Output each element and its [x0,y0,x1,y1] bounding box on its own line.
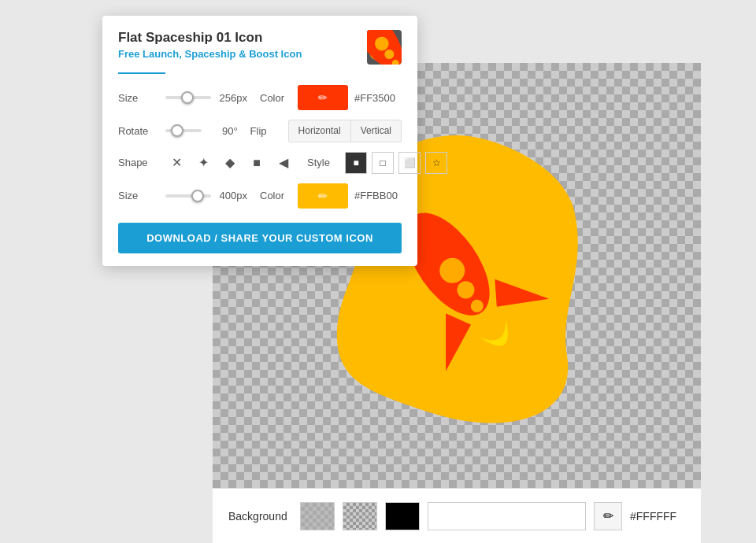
icon-color-swatch[interactable]: ✏ [298,85,348,110]
style-filled[interactable]: ■ [345,152,367,174]
icon-color-hex: #FF3500 [354,92,402,104]
icon-size-value: 256px [217,92,247,104]
bg-color-swatch[interactable]: ✏ [298,183,348,209]
background-label: Background [228,510,287,523]
rotate-value: 90° [208,125,238,137]
bg-size-slider[interactable] [165,194,211,198]
rotate-slider-wrapper [165,129,202,132]
panel-title-text: Flat Spaceship 01 Icon [118,30,302,46]
rotate-row: Rotate 90° Flip Horizontal Vertical [118,120,402,142]
icon-size-slider[interactable] [165,96,211,99]
color-label-icon: Color [260,92,291,104]
panel-subtitle[interactable]: Free Launch, Spaceship & Boost Icon [118,48,302,60]
bg-color-label: Color [260,190,291,201]
flip-vertical-button[interactable]: Vertical [351,120,402,142]
size-label: Size [118,92,159,104]
download-share-button[interactable]: DOWNLOAD / SHARE YOUR CUSTOM ICON [118,223,402,253]
bg-size-label: Size [118,190,159,201]
shape-label: Shape [118,157,159,168]
shape-icons-group: ✕ ✦ ◆ ■ ◀ [165,152,295,174]
bg-color-pencil-icon: ✏ [318,190,328,202]
bg-color-hex: #FFBB00 [354,190,402,201]
style-label: Style [307,157,339,168]
shape-icon-arrow[interactable]: ◀ [272,152,295,174]
bg-size-value: 400px [217,190,247,201]
panel-divider [118,72,165,74]
style-outline1[interactable]: □ [372,152,394,174]
panel-icon-thumbnail [367,30,402,65]
icon-editor-panel: Flat Spaceship 01 Icon Free Launch, Spac… [102,16,417,266]
panel-header: Flat Spaceship 01 Icon Free Launch, Spac… [118,30,402,65]
icon-size-row: Size 256px Color ✏ #FF3500 [118,85,402,110]
flip-label: Flip [250,125,282,137]
shape-icon-star4[interactable]: ✦ [192,152,214,174]
bg-black-swatch[interactable] [385,502,420,530]
background-strip: Background ✏ #FFFFFF [213,488,701,543]
bg-hex-value: #FFFFFF [630,510,685,523]
flip-buttons: Horizontal Vertical [288,120,402,142]
bg-color-edit-button[interactable]: ✏ [594,502,622,530]
rotate-label: Rotate [118,125,159,137]
icon-size-slider-wrapper [165,96,211,99]
bg-checker-swatch[interactable] [343,502,377,530]
icon-color-pencil-icon: ✏ [318,91,328,104]
shape-icon-circle[interactable]: ✕ [165,152,187,174]
style-outline2[interactable]: ⬜ [398,152,421,174]
bg-size-slider-wrapper [165,194,211,198]
style-icons-group: ■ □ ⬜ ☆ [345,152,447,174]
flip-horizontal-button[interactable]: Horizontal [288,120,351,142]
style-outline3[interactable]: ☆ [425,152,447,174]
shape-icon-square[interactable]: ■ [246,152,268,174]
rotate-slider[interactable] [165,129,202,132]
shape-row: Shape ✕ ✦ ◆ ■ ◀ Style ■ □ ⬜ ☆ [118,152,402,174]
shape-icon-diamond[interactable]: ◆ [219,152,241,174]
bg-white-swatch[interactable] [428,502,586,530]
bg-transparent-swatch[interactable] [300,502,335,530]
bg-size-row: Size 400px Color ✏ #FFBB00 [118,183,402,209]
